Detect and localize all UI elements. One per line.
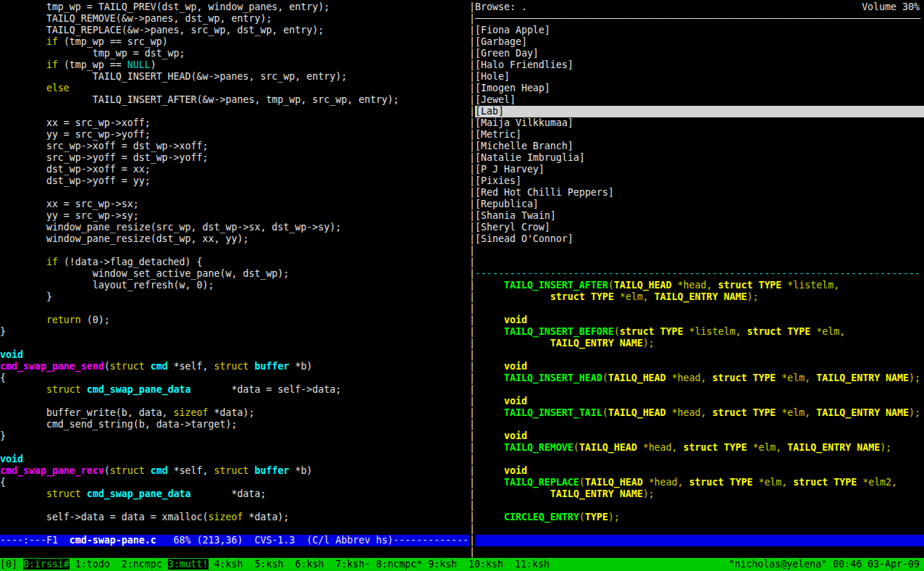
man-line: TAILQ_REMOVE(TAILQ_HEAD *head, struct TY…: [475, 442, 924, 454]
pane-divider-glyph: |: [469, 141, 475, 152]
tmux-window-3[interactable]: 3:mutt!: [168, 559, 209, 570]
man-line: [475, 454, 924, 465]
pane-divider-glyph: |: [469, 291, 475, 303]
pane-divider-glyph: |: [469, 535, 475, 546]
pane-divider-glyph: |: [469, 430, 475, 442]
artist-item[interactable]: [Maija Vilkkumaa]: [475, 117, 924, 129]
tmux-window-0[interactable]: 0:irssi#: [23, 559, 70, 570]
pane-divider-glyph: |: [469, 314, 475, 326]
tmux-window-10[interactable]: 10:ksh: [469, 559, 503, 570]
man-line: TAILQ_ENTRY NAME);: [475, 488, 924, 500]
pane-divider-glyph: |: [469, 384, 475, 396]
code-line: [0, 338, 469, 349]
tmux-status-bar: [0] 0:irssi# 1:todo 2:ncmpc 3:mutt! 4:ks…: [0, 558, 924, 571]
code-line: }: [0, 326, 469, 338]
artist-label: [Lab]: [475, 106, 504, 117]
pane-divider-glyph: |: [469, 94, 475, 106]
artist-item[interactable]: [Hole]: [475, 71, 924, 83]
artist-item[interactable]: [Michelle Branch]: [475, 141, 924, 152]
code-line: self->data = data = xmalloc(sizeof *data…: [0, 512, 469, 523]
code-line: dst_wp->yoff = yy;: [0, 175, 469, 187]
artist-item-selected[interactable]: [Lab]: [475, 106, 924, 117]
artist-label: [Pixies]: [475, 175, 521, 186]
tmux-window-8[interactable]: 8:ncmpc*: [376, 559, 422, 570]
ncmpc-progress-bar[interactable]: =======O────────────────────────────────…: [475, 245, 924, 257]
artist-item[interactable]: [Sinead O'Connor]: [475, 233, 924, 245]
tmux-window-separator: [243, 559, 255, 570]
tmux-window-9[interactable]: 9:ksh: [428, 559, 457, 570]
man-line: [475, 349, 924, 361]
tmux-window-11[interactable]: 11:ksh: [515, 559, 550, 570]
pane-divider-glyph: |: [469, 48, 475, 59]
code-line: yy = src_wp->sy;: [0, 210, 469, 222]
tmux-window-7[interactable]: 7:ksh-: [335, 559, 370, 570]
tmux-window-separator: [422, 559, 428, 570]
tmux-window-1[interactable]: 1:todo: [75, 559, 110, 570]
tmux-pane-divider[interactable]: ||||||||||||||||||||||||||||||||||||||||…: [469, 1, 475, 558]
code-line: if (!data->flag_detached) {: [0, 257, 469, 268]
pane-divider-glyph: |: [469, 175, 475, 187]
ncmpc-artist-list: [Fiona Apple][Garbage][Green Day][Halo F…: [475, 25, 924, 245]
man-line: void: [475, 430, 924, 442]
artist-item[interactable]: [Shania Twain]: [475, 210, 924, 222]
tmux-window-2[interactable]: 2:ncmpc: [122, 559, 162, 570]
man-line: void: [475, 361, 924, 372]
artist-label: [Sheryl Crow]: [475, 222, 550, 233]
tmux-window-5[interactable]: 5:ksh: [255, 559, 284, 570]
artist-item[interactable]: [Metric]: [475, 129, 924, 141]
man-line: [475, 419, 924, 430]
artist-item[interactable]: [Sheryl Crow]: [475, 222, 924, 233]
artist-item[interactable]: [Imogen Heap]: [475, 83, 924, 94]
ncmpc-bottom-separator: ----------------------------------------…: [475, 268, 924, 280]
tmux-session-label: [0]: [0, 559, 23, 570]
artist-item[interactable]: [Jewel]: [475, 94, 924, 106]
code-line: struct cmd_swap_pane_data *data = self->…: [0, 384, 469, 396]
emacs-code-pane[interactable]: tmp_wp = TAILQ_PREV(dst_wp, window_panes…: [0, 1, 469, 535]
artist-item[interactable]: [Pixies]: [475, 175, 924, 187]
man-line: CIRCLEQ_ENTRY(TYPE);: [475, 512, 924, 523]
tmux-window-6[interactable]: 6:ksh: [295, 559, 324, 570]
pane-divider-glyph: |: [469, 59, 475, 71]
artist-item[interactable]: [Natalie Imbruglia]: [475, 152, 924, 164]
most-status-bar: -- MOST: /usr/share/man/cat3/TAILQ_HEAD.…: [475, 535, 924, 546]
pane-divider-glyph: |: [469, 477, 475, 488]
pane-divider-glyph: |: [469, 407, 475, 419]
artist-item[interactable]: [Republica]: [475, 199, 924, 210]
artist-label: [Green Day]: [475, 48, 539, 59]
artist-item[interactable]: [Green Day]: [475, 48, 924, 59]
tmux-window-separator: [110, 559, 122, 570]
code-line: TAILQ_INSERT_AFTER(&w->panes, tmp_wp, sr…: [0, 94, 469, 106]
code-line: if (tmp_wp == NULL): [0, 59, 469, 71]
artist-item[interactable]: [Fiona Apple]: [475, 25, 924, 36]
code-line: }: [0, 430, 469, 442]
artist-label: [Shania Twain]: [475, 210, 556, 221]
code-line: xx = src_wp->xoff;: [0, 117, 469, 129]
code-line: xx = src_wp->sx;: [0, 199, 469, 210]
modeline-segment: 68% (213,36) CVS-1.3 (C/l Abbrev hs)----…: [156, 535, 469, 546]
pane-divider-glyph: |: [469, 512, 475, 523]
pane-divider-glyph: |: [469, 13, 475, 25]
artist-item[interactable]: [Halo Friendlies]: [475, 59, 924, 71]
pane-divider-glyph: |: [469, 338, 475, 349]
man-line: TAILQ_REPLACE(TAILQ_HEAD *head, struct T…: [475, 477, 924, 488]
pane-divider-glyph: |: [469, 199, 475, 210]
tmux-window-4[interactable]: 4:ksh: [214, 559, 243, 570]
pane-divider-glyph: |: [469, 546, 475, 558]
artist-label: [Hole]: [475, 71, 510, 82]
artist-item[interactable]: [Red Hot Chilli Peppers]: [475, 187, 924, 199]
man-line: [475, 523, 924, 535]
artist-item[interactable]: [P J Harvey]: [475, 164, 924, 175]
code-line: dst_wp->xoff = xx;: [0, 164, 469, 175]
code-line: buffer_write(b, data, sizeof *data);: [0, 407, 469, 419]
ncmpc-browse-title: Browse: .: [475, 1, 527, 13]
pane-divider-glyph: |: [469, 187, 475, 199]
ncmpc-header: Browse: . Volume 30%: [475, 1, 924, 13]
tmux-window-separator: [503, 559, 515, 570]
man-page-content[interactable]: TAILQ_INSERT_AFTER(TAILQ_HEAD *head, str…: [475, 280, 924, 535]
artist-label: [Sinead O'Connor]: [475, 233, 574, 244]
code-line: cmd_swap_pane_send(struct cmd *self, str…: [0, 361, 469, 372]
artist-label: [Imogen Heap]: [475, 83, 550, 93]
artist-item[interactable]: [Garbage]: [475, 36, 924, 48]
code-line: void: [0, 454, 469, 465]
code-line: {: [0, 372, 469, 384]
